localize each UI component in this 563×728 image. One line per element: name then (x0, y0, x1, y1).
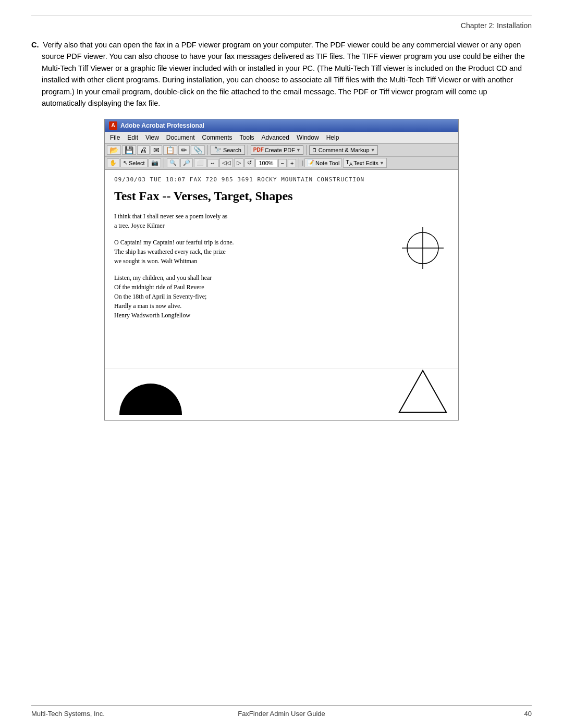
next-button[interactable]: ▷ (234, 158, 243, 167)
toolbar2: ✋ ↖ Select 📷 🔍 🔎 ⬜ (105, 157, 458, 170)
comment-icon: 🗒 (312, 147, 317, 153)
edit-button[interactable]: ✏ (178, 145, 190, 155)
zoom-input[interactable] (255, 159, 277, 167)
paragraph-label: C. (31, 41, 39, 49)
camera-icon: 📷 (151, 159, 158, 166)
arc-svg (114, 368, 187, 415)
arc-shape (114, 368, 187, 415)
minus-icon: − (281, 160, 284, 166)
footer-page-number: 40 (365, 710, 532, 718)
note-tool-label: Note Tool (315, 160, 339, 166)
save-icon: 💾 (125, 146, 133, 154)
magnifier-plus-icon: 🔍 (169, 159, 177, 166)
crosshair-shape (402, 227, 444, 269)
zoom-in-button[interactable]: 🔍 (167, 158, 179, 167)
paragraph-text: Verify also that you can open the fax in… (42, 41, 525, 107)
page-footer: Multi-Tech Systems, Inc. FaxFinder Admin… (31, 705, 532, 718)
rotate-button[interactable]: ↺ (244, 158, 254, 167)
toolbar-divider-line: | (302, 160, 303, 166)
plus-icon: + (290, 160, 293, 166)
zoom-minus-button[interactable]: − (278, 159, 287, 167)
pencil-icon: ✏ (181, 146, 187, 154)
menu-document[interactable]: Document (163, 133, 198, 142)
search-button[interactable]: 🔭 Search (211, 145, 245, 155)
menu-bar[interactable]: File Edit View Document Comments Tools A… (105, 132, 458, 144)
doc-paragraph-3: Listen, my children, and you shall hear … (114, 273, 386, 320)
separator4 (164, 158, 164, 168)
chapter-heading: Chapter 2: Installation (31, 21, 532, 30)
comment-markup-label: Comment & Markup (319, 147, 370, 153)
fit-width-button[interactable]: ↔ (207, 159, 218, 167)
separator3 (306, 145, 307, 155)
svg-marker-3 (399, 371, 446, 412)
menu-edit[interactable]: Edit (124, 133, 141, 142)
fit-page-icon: ⬜ (197, 159, 204, 166)
email-icon: ✉ (153, 146, 160, 154)
create-pdf-dropdown-icon: ▼ (296, 147, 301, 153)
text-edits-button[interactable]: TA Text Edits ▼ (343, 158, 386, 168)
print-button[interactable]: 🖨 (137, 145, 150, 155)
prev-button[interactable]: ◁◁ (219, 158, 233, 167)
text-edits-dropdown-icon: ▼ (380, 161, 384, 166)
select-button[interactable]: ↖ Select (120, 158, 148, 167)
fit-width-icon: ↔ (210, 160, 216, 166)
menu-comments[interactable]: Comments (199, 133, 236, 142)
paperclip-icon: 📎 (193, 146, 202, 154)
email-button[interactable]: ✉ (151, 145, 162, 155)
create-pdf-label: Create PDF (265, 147, 295, 153)
menu-file[interactable]: File (107, 133, 123, 142)
bottom-shapes (105, 368, 458, 420)
zoom-out-button[interactable]: 🔎 (180, 158, 193, 167)
menu-tools[interactable]: Tools (237, 133, 258, 142)
doc-content: 09/30/03 TUE 18:07 FAX 720 985 3691 ROCK… (105, 170, 458, 368)
separator2 (248, 145, 248, 155)
next-icon: ▷ (237, 159, 241, 166)
snapshot-button[interactable]: 📷 (149, 158, 161, 167)
doc-paragraph-1: I think that I shall never see a poem lo… (114, 212, 386, 230)
toolbar1: 📂 💾 🖨 ✉ 📋 ✏ 📎 🔭 (105, 144, 458, 157)
acrobat-titlebar: A Adobe Acrobat Professional (105, 119, 458, 132)
copy-icon: 📋 (166, 146, 175, 154)
text-edits-icon: TA (346, 159, 352, 167)
comment-markup-dropdown-icon: ▼ (371, 147, 375, 153)
doc-header-line: 09/30/03 TUE 18:07 FAX 720 985 3691 ROCK… (114, 176, 449, 183)
doc-body: I think that I shall never see a poem lo… (114, 212, 449, 327)
comment-markup-button[interactable]: 🗒 Comment & Markup ▼ (309, 145, 378, 155)
separator1 (207, 145, 208, 155)
folder-icon: 📂 (109, 146, 118, 154)
triangle-shape (397, 368, 449, 415)
menu-help[interactable]: Help (323, 133, 342, 142)
doc-title: Test Fax -- Verses, Target, Shapes (114, 189, 449, 203)
search-label: Search (223, 147, 241, 153)
menu-window[interactable]: Window (293, 133, 322, 142)
text-edits-label: Text Edits (353, 160, 378, 166)
copy-button[interactable]: 📋 (163, 145, 177, 155)
attach-button[interactable]: 📎 (191, 145, 205, 155)
create-pdf-button[interactable]: PDF Create PDF ▼ (251, 145, 303, 155)
note-icon: 📝 (307, 159, 314, 166)
select-label: Select (129, 160, 145, 166)
doc-paragraph-2: O Captain! my Captain! our fearful trip … (114, 238, 386, 266)
open-button[interactable]: 📂 (107, 145, 121, 155)
header-rule (31, 16, 532, 16)
footer-company: Multi-Tech Systems, Inc. (31, 710, 198, 718)
menu-view[interactable]: View (142, 133, 162, 142)
main-paragraph: C. Verify also that you can open the fax… (31, 39, 532, 109)
save-button[interactable]: 💾 (122, 145, 136, 155)
triangle-svg (397, 368, 449, 415)
binoculars-icon: 🔭 (214, 146, 222, 153)
hand-icon: ✋ (109, 159, 117, 166)
note-tool-button[interactable]: 📝 Note Tool (304, 158, 342, 167)
doc-shape-col (397, 212, 449, 327)
magnifier-minus-icon: 🔎 (183, 159, 190, 166)
acrobat-title: Adobe Acrobat Professional (120, 122, 204, 129)
menu-advanced[interactable]: Advanced (259, 133, 292, 142)
separator5 (299, 158, 299, 168)
acrobat-icon: A (109, 121, 117, 130)
screenshot-container: A Adobe Acrobat Professional File Edit V… (104, 119, 459, 421)
prev-icon: ◁◁ (222, 159, 230, 166)
hand-tool-button[interactable]: ✋ (107, 158, 119, 167)
zoom-plus-button[interactable]: + (288, 159, 296, 167)
fit-page-button[interactable]: ⬜ (194, 158, 206, 167)
pdf-icon: PDF (253, 147, 264, 153)
